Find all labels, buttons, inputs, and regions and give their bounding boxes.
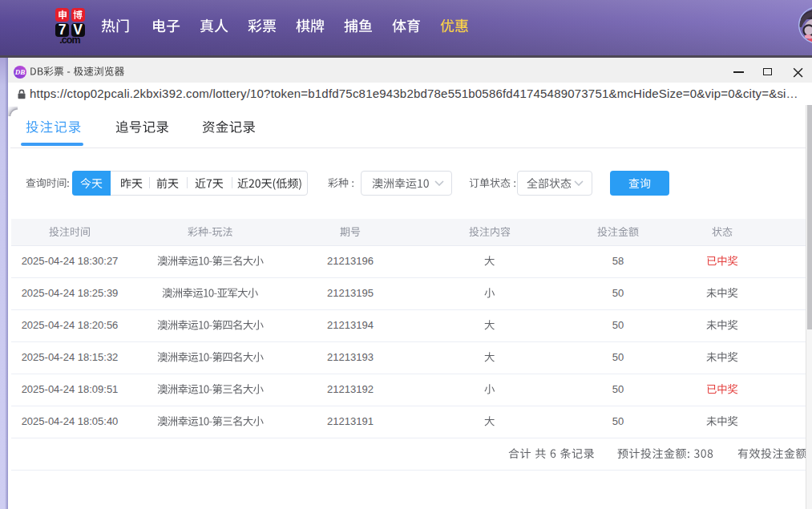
svg-text:DB: DB — [14, 68, 26, 76]
